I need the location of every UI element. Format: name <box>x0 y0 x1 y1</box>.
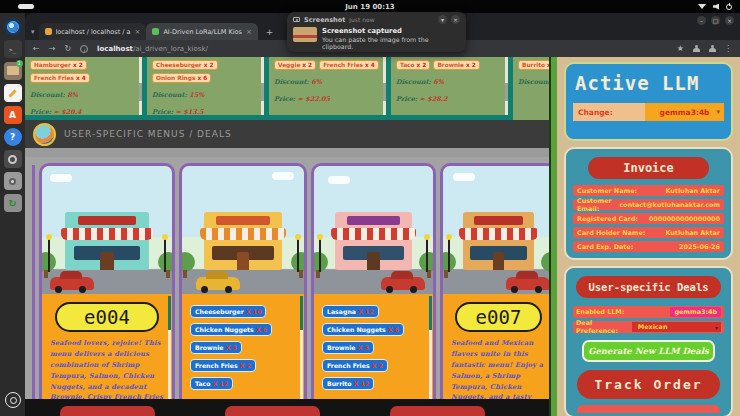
generate-deals-button[interactable]: Generate New LLM Deals <box>582 340 715 362</box>
tab2-close-icon[interactable]: × <box>246 28 252 36</box>
card-holder-field[interactable]: Card Holder Name: Kutluhan Aktar <box>573 227 724 238</box>
deal-card[interactable]: Taco x 2 Brownie x 2 Discount: 6% Price:… <box>391 57 508 120</box>
volume-icon[interactable] <box>713 4 719 10</box>
card-scrollbar[interactable] <box>383 57 386 120</box>
user-specific-deals-button[interactable]: User-specific Deals <box>576 276 721 298</box>
notification-app: Screenshot <box>304 16 345 24</box>
minimize-button[interactable]: – <box>697 16 706 25</box>
llm-model-value: gemma3:4b <box>660 108 710 117</box>
menu-card-deal-b[interactable]: Cheeseburger X 10 Chicken Nuggets X 6 Br… <box>179 163 307 399</box>
settings-icon[interactable] <box>4 150 22 168</box>
deal-tag: Cheeseburger x 2 <box>152 60 218 70</box>
pencil-icon <box>8 89 16 97</box>
power-icon[interactable] <box>726 4 732 10</box>
deal-tag: French Fries x 4 <box>30 73 90 83</box>
new-tab-button[interactable]: + <box>266 27 274 37</box>
price-line: Price: ≈ $20.4 <box>30 108 138 116</box>
clipped-panel-row <box>577 405 720 413</box>
section-title: USER-SPECIFIC MENUS / DEALS <box>64 129 232 139</box>
customer-name-field[interactable]: Customer Name: Kutluhan Aktar <box>573 185 724 196</box>
browser-icon[interactable] <box>4 18 22 36</box>
avatar-icon[interactable] <box>708 45 716 53</box>
track-order-button[interactable]: Track Order <box>577 370 720 399</box>
field-label: Customer Email: <box>577 197 619 213</box>
notification-close-icon[interactable]: × <box>451 15 460 24</box>
menu-card-e004[interactable]: e004 Seafood lovers, rejoice! This menu … <box>39 163 175 399</box>
maximize-button[interactable]: □ <box>711 16 720 25</box>
text-editor-icon[interactable] <box>4 84 22 102</box>
site-info-icon[interactable]: i <box>80 45 88 53</box>
forward-icon[interactable]: → <box>49 44 56 53</box>
card-scrollbar[interactable] <box>429 296 432 399</box>
browser-menu-icon[interactable]: ⋮ <box>724 44 732 53</box>
deal-card[interactable]: Cheeseburger x 2 Onion Rings x 6 Discoun… <box>147 57 264 120</box>
field-label: Customer Name: <box>577 187 637 195</box>
discount-line: Discount: <box>518 78 549 86</box>
house-illustration <box>314 166 433 294</box>
deal-card[interactable]: Hamburger x 2 French Fries x 4 Discount:… <box>25 57 142 120</box>
notification-title: Screenshot captured <box>322 27 460 35</box>
close-window-button[interactable]: × <box>725 16 734 25</box>
back-icon[interactable]: ← <box>33 44 40 53</box>
card-scrollbar[interactable] <box>261 57 264 120</box>
menu-id-badge: e004 <box>55 302 160 332</box>
deal-card[interactable]: Burrito x 2 Discount: <box>513 57 549 120</box>
invoice-button[interactable]: Invoice <box>588 157 709 179</box>
market-stall-illustration <box>182 166 304 294</box>
registered-card-field[interactable]: Registered Card: 0000000000000000 <box>573 213 724 224</box>
card-scrollbar[interactable] <box>300 296 303 399</box>
deal-card[interactable]: Veggie x 2 French Fries x 4 Discount: 6%… <box>269 57 386 120</box>
clipped-card-top <box>390 406 485 416</box>
terminal-icon[interactable]: >_ <box>4 40 22 58</box>
field-value: Kutluhan Aktar <box>665 229 720 237</box>
deal-tag: Burrito x 2 <box>518 60 549 70</box>
dock: >_ 1 A ? ↻ <box>0 13 25 416</box>
tab-search-chevron-icon[interactable]: ▾ <box>31 28 35 36</box>
notification-expand-icon[interactable]: ▾ <box>438 15 447 24</box>
help-icon[interactable]: ? <box>4 128 22 146</box>
menu-card-e007[interactable]: e007 Seafood and Mexican flavors unite i… <box>440 163 549 399</box>
tab1-close-icon[interactable]: × <box>135 28 141 36</box>
divider-strip <box>25 148 549 157</box>
customer-email-field[interactable]: Customer Email: contact@kutluhanaktar.co… <box>573 199 724 210</box>
screenshot-tool-icon[interactable] <box>4 172 22 190</box>
restaurant-illustration <box>443 166 549 294</box>
files-icon[interactable]: 1 <box>4 62 22 80</box>
reload-icon[interactable]: ↻ <box>64 44 71 53</box>
deal-preference-select[interactable]: Mexican ▾ <box>632 322 721 332</box>
activities-indicator[interactable] <box>18 4 34 9</box>
software-updater-icon[interactable]: ↻ <box>4 194 22 212</box>
app-store-icon[interactable]: A <box>4 106 22 124</box>
deal-item-pill: Chicken Nuggets X 6 <box>190 323 272 336</box>
notification-body: You can paste the image from the clipboa… <box>322 36 460 50</box>
panel-green-border <box>549 57 557 416</box>
deal-preference-label: Deal Preference: <box>576 319 632 335</box>
ubuntu-logo-icon[interactable] <box>5 392 21 408</box>
terminal-glyph: >_ <box>9 46 16 53</box>
price-line: Price: ≈ $22.05 <box>274 95 382 103</box>
card-scrollbar[interactable] <box>168 296 171 399</box>
update-arrows-icon: ↻ <box>8 198 16 209</box>
llm-model-select[interactable]: gemma3:4b ▾ <box>645 103 724 121</box>
bookmark-star-icon[interactable]: ★ <box>677 44 684 53</box>
deal-tag: Hamburger x 2 <box>30 60 87 70</box>
card-scrollbar[interactable] <box>505 57 508 120</box>
tab-ai-driven-kiosk[interactable]: AI-Driven LoRa/LLM Kios × <box>146 23 257 40</box>
screenshot-notification[interactable]: Screenshot Just now ▾ × Screenshot captu… <box>287 12 466 52</box>
card-exp-field[interactable]: Card Exp. Date: 2025-06-26 <box>573 241 724 252</box>
tab-localhost[interactable]: localhost / localhost / a × <box>39 23 147 40</box>
card-scrollbar[interactable] <box>139 57 142 120</box>
files-badge: 1 <box>16 60 23 67</box>
deal-item-pill: Lasagna X 12 <box>322 305 379 318</box>
wifi-icon[interactable] <box>698 4 706 9</box>
menu-card-deal-c[interactable]: Lasagna X 12 Chicken Nuggets X 6 Brownie… <box>311 163 436 399</box>
deal-tag: Taco x 2 <box>396 60 430 70</box>
clock[interactable]: Jun 19 00:13 <box>345 3 394 11</box>
price-line: Price: ≈ $13.5 <box>152 108 260 116</box>
deal-tag: Brownie x 2 <box>433 60 480 70</box>
enabled-llm-row: Enabled LLM: gemma3:4b <box>573 306 724 318</box>
browser-orb-icon <box>7 21 19 33</box>
field-value: 0000000000000000 <box>649 215 720 223</box>
profile-icon[interactable] <box>692 45 700 53</box>
page-content: Hamburger x 2 French Fries x 4 Discount:… <box>25 57 740 416</box>
